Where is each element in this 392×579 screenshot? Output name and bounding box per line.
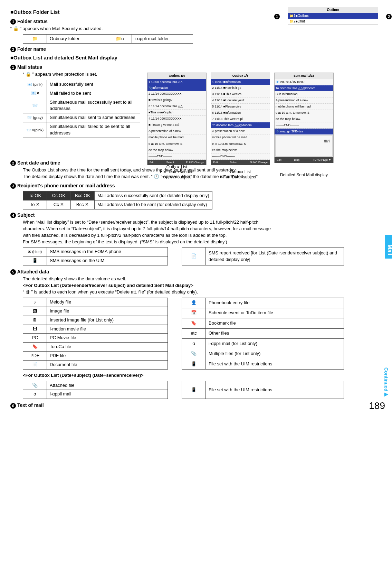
- bullet-5: 5: [10, 269, 16, 275]
- subject-table-right: 📄 SMS report received [for List (Date+se…: [182, 247, 344, 265]
- icon-cc-x: Cc ✕: [47, 200, 71, 209]
- bullet-1: 1: [10, 19, 16, 25]
- other-icon: etc: [182, 328, 206, 339]
- icon-to-ok: To OK: [23, 192, 47, 200]
- icon-ordinary-folder: 📁: [23, 34, 47, 43]
- heading-mail-status: Mail status: [17, 64, 42, 70]
- iappli-mail-icon-2: α: [23, 390, 47, 399]
- icon-sms-uim: 📱: [23, 256, 47, 265]
- subject-desc1: When “Mail list display” is set to “Date…: [23, 219, 382, 226]
- icon-bcc-ok: Bcc OK: [71, 192, 95, 200]
- attachment-table-right: 👤Phonebook entry file 📅Schedule event or…: [182, 298, 344, 370]
- label-simul-all: Simultaneous mail successfully sent to a…: [47, 98, 140, 113]
- icon-simul-all: 📨: [23, 98, 47, 113]
- label-iappli-folder: i-αppli mail folder: [132, 34, 193, 43]
- mail-status-table: 📧 (pink) Mail successfully sent 📧✕ Mail …: [23, 80, 140, 138]
- figure-row: Outbox 1/4 1 10:00 docomo.taro.△△ 📎Infor…: [145, 73, 336, 162]
- icon-to-x: To ✕: [23, 200, 47, 209]
- attached-desc1: The detailed display shows the data volu…: [23, 276, 382, 282]
- subject-table-left: ✉ (blue) SMS messages in the FOMA phone …: [23, 247, 168, 265]
- heading-attached: Attached data: [17, 269, 49, 274]
- subject-desc2: characters. When set to “Date+subject”, …: [23, 226, 382, 232]
- continued-indicator: Continued▶: [383, 367, 390, 397]
- attached-desc3: “ 🗑 ” is added to each icon when you exe…: [23, 289, 382, 296]
- attached-file-icon: 📎: [23, 381, 47, 390]
- icon-sent-fail: 📧✕: [23, 89, 47, 98]
- icon-sent-pink: 📧 (pink): [23, 80, 47, 89]
- bookmark-icon: 🔖: [182, 318, 206, 329]
- subject-desc3: with files attached, it is decreased by …: [23, 232, 382, 239]
- pcmovie-icon: PC: [23, 334, 47, 343]
- map-thumbnail: 銀行: [275, 135, 333, 157]
- imotion-icon: 🎞: [23, 325, 47, 334]
- fig-outbox-list-1: Outbox 1/4 1 10:00 docomo.taro.△△ 📎Infor…: [147, 73, 207, 165]
- fig-row-highlighted: 📁1■Outbox: [288, 13, 378, 19]
- fig-outbox-list-2: Outbox 1/3 1 10:00 ■Information 2 11/14 …: [211, 73, 270, 165]
- iappli-mail-icon: α: [182, 339, 206, 349]
- callout-2: 2: [386, 14, 392, 19]
- heading-recipient: Recipient's phone number or mail address: [17, 183, 115, 188]
- folder-status-table: 📁 Ordinary folder 📁α i-αppli mail folder: [23, 34, 193, 44]
- label-sent-x: Mail address failed to be sent (for deta…: [95, 200, 212, 209]
- callout-1: 1: [274, 14, 280, 19]
- subject-desc4: For SMS messages, the beginning of the t…: [23, 239, 382, 245]
- fig-detailed-sent: Sent mail 1/15 📧 2007/11/15 10:00 To doc…: [274, 73, 334, 163]
- melody-file-icon: ♪: [23, 298, 47, 307]
- attached-desc4: <For Outbox List (Date+subject) (Date+se…: [23, 372, 382, 379]
- bullet-1b: 1: [10, 65, 16, 70]
- attachment-table-left: ♪Melody file 🖼Image file 🗎Inserted image…: [23, 298, 168, 370]
- bullet-2: 2: [10, 47, 16, 52]
- icon-cc-ok: Cc OK: [47, 192, 71, 200]
- icon-bcc-x: Bcc ✕: [71, 200, 95, 209]
- label-sent-fail: Mail failed to be sent: [47, 89, 140, 98]
- outbox-folder-figure: Outbox 1 2 📁1■Outbox 📁2■Chat: [288, 7, 378, 25]
- document-icon: 📄: [23, 360, 47, 369]
- heading-text-of-mail: Text of mail: [17, 402, 44, 408]
- schedule-icon: 📅: [182, 308, 206, 318]
- image-file-icon: 🖼: [23, 307, 47, 316]
- heading-folder-status: Folder status: [17, 19, 48, 24]
- pdf-icon: PDF: [23, 352, 47, 361]
- fig-row: 📁2■Chat: [288, 19, 378, 25]
- icon-iappli-folder: 📁α: [108, 34, 132, 43]
- folder-status-desc: “ 🔒 ” appears when Mail Security is acti…: [10, 26, 382, 32]
- uim-restrict-icon: 📱: [182, 359, 206, 370]
- heading-subject: Subject: [17, 212, 35, 218]
- side-tab-mail: Mail: [385, 235, 392, 259]
- heading-sent-date: Sent date and time: [17, 160, 60, 166]
- label-ordinary-folder: Ordinary folder: [47, 34, 108, 43]
- label-sent-ok: Mail address successfully sent (for deta…: [95, 192, 212, 200]
- label-simul-fail: Simultaneous mail failed to be sent to a…: [47, 122, 140, 138]
- bullet-2b: 2: [10, 160, 16, 166]
- icon-sms-report: 📄: [182, 248, 206, 265]
- multiple-files-icon: 📎: [182, 349, 206, 359]
- attachment2-table-left: 📎Attached file αi-αppli mail: [23, 381, 168, 399]
- icon-simul-some: 📨 (gray): [23, 113, 47, 122]
- icon-simul-fail: 📨✕(pink): [23, 122, 47, 138]
- bullet-4: 4: [10, 213, 16, 218]
- label-simul-some: Simultaneous mail sent to some addresses: [47, 113, 140, 122]
- toruca-icon: 🔖: [23, 343, 47, 352]
- page-number: 189: [369, 399, 385, 413]
- phonebook-icon: 👤: [182, 298, 206, 308]
- icon-sms-blue: ✉ (blue): [23, 248, 47, 256]
- bullet-6: 6: [10, 403, 16, 409]
- bullet-3: 3: [10, 183, 16, 189]
- attached-desc2: <For Outbox List (Date+sender/receiver s…: [23, 282, 382, 289]
- recipient-table: To OK Cc OK Bcc OK Mail address successf…: [23, 191, 212, 209]
- section-outbox-list: ■Outbox List and detailed Sent Mail disp…: [10, 54, 382, 62]
- attachment2-table-right: 📱File set with the UIM restrictions: [182, 381, 344, 399]
- label-sent-pink: Mail successfully sent: [47, 80, 140, 89]
- heading-folder-name: Folder name: [17, 46, 46, 52]
- fig-title: Outbox: [288, 7, 378, 13]
- uim-restrict-icon-2: 📱: [182, 381, 206, 399]
- inserted-image-icon: 🗎: [23, 316, 47, 325]
